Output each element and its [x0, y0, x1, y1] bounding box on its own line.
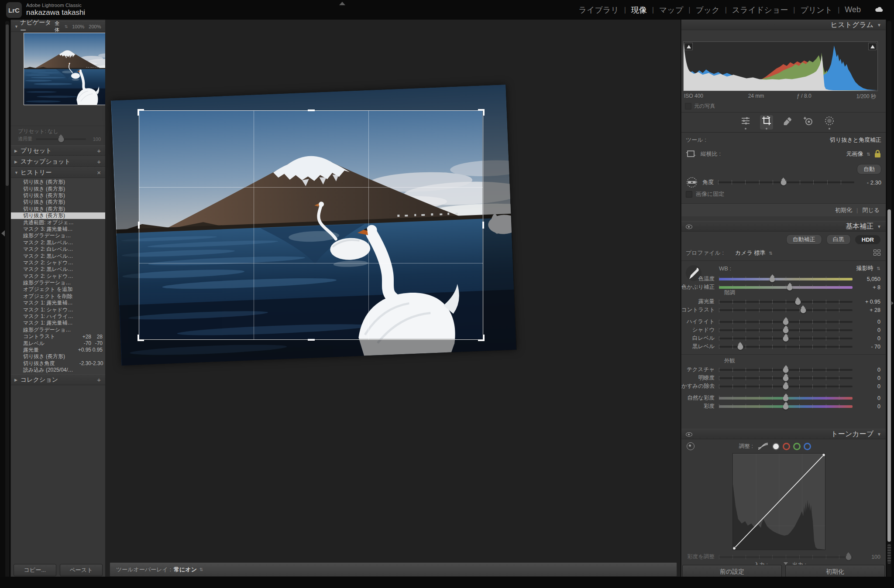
- slider-value[interactable]: 0: [853, 383, 880, 390]
- highlight-clipping-indicator[interactable]: [868, 43, 877, 50]
- copy-button[interactable]: コピー...: [14, 564, 56, 576]
- angle-slider[interactable]: [718, 181, 854, 183]
- slider-knob[interactable]: [783, 376, 789, 381]
- slider-knob[interactable]: [800, 308, 806, 313]
- crop-handle-bottom-left[interactable]: [138, 334, 145, 340]
- slider-value[interactable]: 0: [853, 367, 880, 373]
- module-tab[interactable]: ライブラリ: [574, 5, 624, 15]
- refine-saturation-slider[interactable]: [719, 556, 853, 558]
- slider-track[interactable]: [719, 338, 853, 339]
- presets-panel-header[interactable]: ▶ プリセット +: [11, 145, 105, 156]
- history-item[interactable]: 線形グラデーション を削除: [11, 280, 105, 286]
- point-curve-channel-icon[interactable]: [772, 443, 780, 450]
- profile-grid-icon[interactable]: [873, 250, 881, 256]
- slider-value[interactable]: 0: [853, 335, 880, 342]
- history-item[interactable]: 切り抜き (長方形): [11, 206, 105, 212]
- history-item[interactable]: 線形グラデーション を追加: [11, 327, 105, 333]
- history-item[interactable]: 線形グラデーション を追加: [11, 232, 105, 239]
- crop-icon[interactable]: [760, 115, 773, 130]
- constrain-checkbox[interactable]: [686, 191, 692, 198]
- spinner-icon[interactable]: ⇅: [769, 251, 773, 256]
- crop-handle-bottom-right[interactable]: [477, 334, 484, 340]
- panel-toggle-eye-icon[interactable]: [686, 431, 692, 438]
- basic-adjust-icon[interactable]: [739, 115, 752, 130]
- slider-knob[interactable]: [783, 367, 789, 373]
- slider-value[interactable]: 5,050: [853, 276, 880, 282]
- slider-knob[interactable]: [783, 384, 789, 390]
- slider-knob[interactable]: [737, 344, 743, 350]
- angle-value[interactable]: - 2.30: [854, 179, 881, 186]
- history-item[interactable]: 切り抜き (長方形): [11, 185, 105, 192]
- aspect-value[interactable]: 元画像: [846, 150, 863, 158]
- slider-track[interactable]: [719, 386, 853, 387]
- tool-overlay-value[interactable]: 常にオン: [174, 566, 197, 574]
- navigator-zoom-option[interactable]: 100%: [72, 24, 84, 29]
- crop-handle-top-left[interactable]: [138, 110, 145, 116]
- spinner-icon[interactable]: ⇅: [65, 24, 68, 29]
- history-item[interactable]: マスク 2: シャドウ補正を更新: [11, 260, 105, 266]
- slider-track[interactable]: [719, 369, 853, 371]
- module-tab[interactable]: プリント: [795, 5, 838, 15]
- crop-frame-icon[interactable]: [686, 149, 696, 159]
- navigator-preview[interactable]: [24, 33, 112, 105]
- slider-value[interactable]: + 0.95: [853, 299, 880, 305]
- slider-knob[interactable]: [770, 277, 775, 282]
- slider-track[interactable]: [719, 405, 853, 408]
- left-panel-collapse-arrow[interactable]: [1, 230, 5, 236]
- history-item[interactable]: 黒レベル-70-70: [11, 340, 105, 346]
- crop-handle-top-right[interactable]: [477, 110, 484, 116]
- slider-value[interactable]: + 28: [853, 307, 880, 313]
- tone-curve-panel-header[interactable]: トーンカーブ▼: [681, 429, 886, 439]
- slider-knob[interactable]: [795, 299, 801, 305]
- spinner-icon[interactable]: ⇅: [199, 567, 203, 572]
- targeted-adjustment-icon[interactable]: [687, 442, 695, 450]
- treatment-button[interactable]: 自動補正: [786, 234, 822, 245]
- history-item[interactable]: 切り抜き (長方形): [11, 212, 105, 219]
- history-item[interactable]: 切り抜き (長方形): [11, 179, 105, 185]
- shadow-clipping-indicator[interactable]: [684, 43, 693, 50]
- crop-close-button[interactable]: 閉じる: [862, 206, 880, 214]
- history-item[interactable]: 切り抜き (長方形): [11, 353, 105, 360]
- crop-handle-bottom[interactable]: [308, 339, 315, 341]
- histogram-display[interactable]: [683, 41, 878, 91]
- crop-rectangle[interactable]: [139, 110, 483, 340]
- top-panel-collapse-arrow[interactable]: [339, 2, 345, 5]
- treatment-button[interactable]: 白黒: [826, 234, 851, 245]
- slider-knob[interactable]: [783, 336, 789, 342]
- masking-icon[interactable]: [823, 115, 836, 130]
- crop-handle-left[interactable]: [138, 222, 140, 229]
- slider-knob[interactable]: [783, 404, 789, 410]
- snapshots-panel-header[interactable]: ▶ スナップショット +: [11, 156, 105, 167]
- histogram-panel-header[interactable]: ヒストグラム▼: [681, 20, 886, 30]
- slider-track[interactable]: [719, 309, 853, 311]
- red-eye-icon[interactable]: [802, 115, 815, 130]
- navigator-panel-header[interactable]: ▼ ナビゲーター 全体⇅100%200%⇅: [11, 21, 112, 32]
- history-item[interactable]: オブジェクト を追加: [11, 286, 105, 293]
- history-item[interactable]: マスク 1: ハイライト補正を更新: [11, 313, 105, 320]
- original-photo-toggle[interactable]: 元の写真: [685, 103, 715, 110]
- tone-curve-editor[interactable]: [732, 453, 825, 550]
- history-item[interactable]: コントラスト+2828: [11, 333, 105, 340]
- history-item[interactable]: マスク 2: 黒レベル補正を更新: [11, 266, 105, 273]
- history-item[interactable]: マスク 1: シャドウ補正を更新: [11, 306, 105, 313]
- green-channel-icon[interactable]: [793, 443, 801, 450]
- history-item[interactable]: 露光量+0.950.95: [11, 347, 105, 353]
- slider-value[interactable]: 0: [853, 395, 880, 401]
- crop-handle-top[interactable]: [308, 109, 315, 111]
- slider-track[interactable]: [719, 377, 853, 379]
- slider-knob[interactable]: [783, 328, 789, 333]
- blue-channel-icon[interactable]: [804, 443, 811, 450]
- slider-value[interactable]: - 70: [853, 344, 880, 350]
- navigator-zoom-option[interactable]: 全体: [55, 20, 60, 33]
- crop-handle-right[interactable]: [482, 222, 484, 229]
- history-item[interactable]: 共通範囲: オブジェクト: [11, 219, 105, 226]
- paste-button[interactable]: ペースト: [60, 564, 103, 576]
- navigator-zoom-option[interactable]: 200%: [89, 24, 101, 29]
- add-snapshot-icon[interactable]: +: [96, 158, 102, 165]
- module-tab[interactable]: 現像: [626, 5, 652, 15]
- slider-track[interactable]: [719, 301, 853, 303]
- history-item[interactable]: 切り抜き (長方形): [11, 199, 105, 205]
- history-panel-header[interactable]: ▼ ヒストリー ×: [11, 167, 105, 178]
- history-item[interactable]: オブジェクト を削除: [11, 293, 105, 300]
- profile-value[interactable]: カメラ 標準: [735, 249, 766, 257]
